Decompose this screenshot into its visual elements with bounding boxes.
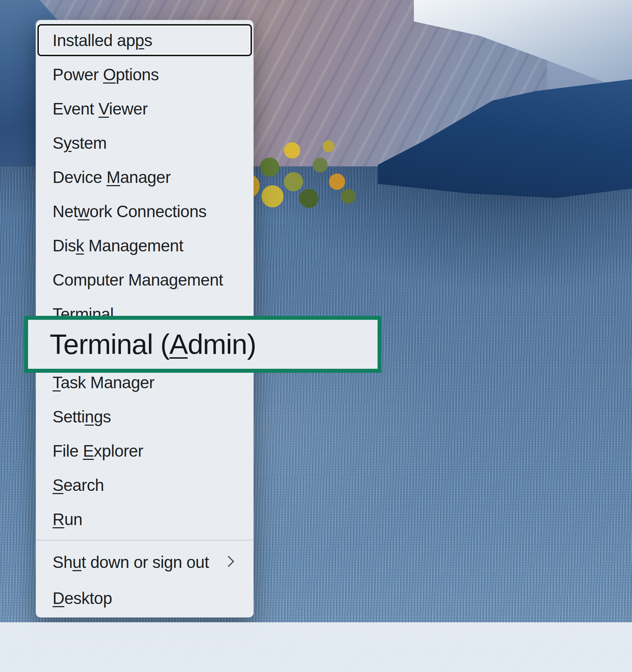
menu-item-label: Installed apps — [53, 31, 152, 50]
menu-item-label: Task Manager — [53, 373, 154, 392]
menu-item-network-connections[interactable]: Network Connections — [36, 194, 253, 228]
menu-item-label: Run — [53, 510, 82, 529]
annotation-highlight-box: Terminal (Admin) — [24, 316, 382, 373]
menu-item-run[interactable]: Run — [36, 502, 253, 536]
menu-item-label: Settings — [53, 407, 111, 426]
menu-item-label: Power Options — [53, 65, 159, 84]
menu-separator — [36, 540, 253, 541]
menu-item-search[interactable]: Search — [36, 468, 253, 502]
menu-item-label: System — [53, 133, 107, 153]
menu-item-settings[interactable]: Settings — [36, 399, 253, 434]
menu-item-label: Computer Management — [53, 270, 223, 290]
menu-item-disk-management[interactable]: Disk Management — [36, 228, 253, 263]
menu-item-file-explorer[interactable]: File Explorer — [36, 434, 253, 468]
submenu-chevron-icon — [223, 556, 234, 567]
menu-item-label: Search — [53, 475, 104, 495]
menu-item-label: Device Manager — [53, 167, 171, 187]
menu-item-terminal-admin-highlighted[interactable]: Terminal (Admin) — [28, 320, 378, 369]
menu-item-label: Shut down or sign out — [53, 552, 209, 572]
menu-item-computer-management[interactable]: Computer Management — [36, 263, 253, 297]
menu-item-power-options[interactable]: Power Options — [36, 57, 253, 91]
menu-item-desktop[interactable]: Desktop — [36, 580, 253, 616]
menu-item-label: Desktop — [53, 588, 112, 608]
menu-item-event-viewer[interactable]: Event Viewer — [36, 91, 253, 126]
menu-item-label: Disk Management — [53, 236, 183, 255]
menu-item-system[interactable]: System — [36, 126, 253, 160]
menu-item-label: Network Connections — [53, 202, 207, 221]
menu-item-label: File Explorer — [53, 441, 143, 461]
menu-item-device-manager[interactable]: Device Manager — [36, 160, 253, 194]
menu-item-label: Event Viewer — [53, 99, 148, 118]
menu-item-installed-apps[interactable]: Installed apps — [36, 23, 253, 57]
taskbar: Search — [0, 622, 632, 672]
menu-item-label: Terminal (Admin) — [50, 328, 256, 361]
menu-item-shut-down-or-sign-out[interactable]: Shut down or sign out — [36, 544, 253, 580]
